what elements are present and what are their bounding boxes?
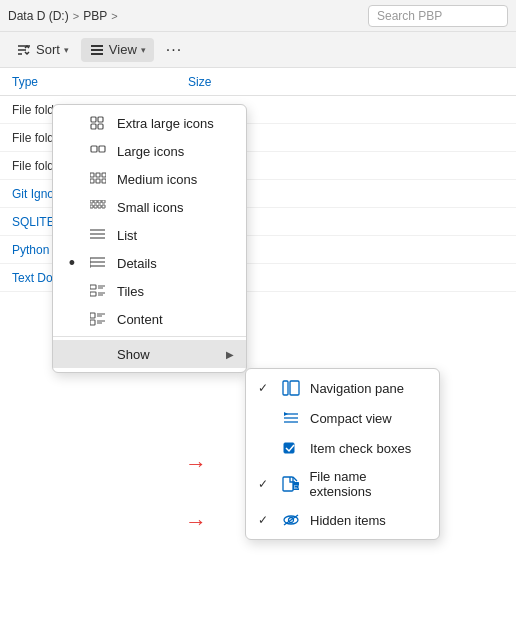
show-icon xyxy=(89,345,107,363)
medium-icon xyxy=(89,170,107,188)
dropdown-item-small[interactable]: Small icons xyxy=(53,193,246,221)
dropdown-item-tiles[interactable]: Tiles xyxy=(53,277,246,305)
bullet-details: • xyxy=(65,254,79,272)
nav-pane-icon xyxy=(282,379,300,397)
svg-rect-0 xyxy=(91,45,103,47)
view-chevron: ▾ xyxy=(141,45,146,55)
show-arrow: ▶ xyxy=(226,349,234,360)
check-hidden: ✓ xyxy=(258,513,272,527)
more-button[interactable]: ··· xyxy=(158,37,190,63)
dropdown-item-details[interactable]: • Details xyxy=(53,249,246,277)
svg-rect-16 xyxy=(94,200,97,203)
tiles-label: Tiles xyxy=(117,284,144,299)
svg-rect-17 xyxy=(98,200,101,203)
main-area: Type Size File folder File folder File f… xyxy=(0,68,516,625)
svg-rect-7 xyxy=(91,146,97,152)
details-icon xyxy=(89,254,107,272)
view-dropdown: Extra large icons Large icons Medium ico… xyxy=(52,104,247,373)
svg-rect-30 xyxy=(90,285,96,289)
file-list-header: Type Size xyxy=(0,68,516,96)
details-label: Details xyxy=(117,256,157,271)
content-icon xyxy=(89,310,107,328)
checkbox-icon xyxy=(282,439,300,457)
breadcrumb-sep1: > xyxy=(73,10,79,22)
svg-rect-19 xyxy=(90,205,93,208)
sort-icon xyxy=(16,42,32,58)
svg-rect-43 xyxy=(290,381,299,395)
file-ext-icon: EXT xyxy=(281,475,299,493)
svg-rect-21 xyxy=(98,205,101,208)
col-type-header[interactable]: Type xyxy=(8,75,188,89)
large-label: Large icons xyxy=(117,144,184,159)
more-icon: ··· xyxy=(166,41,182,58)
svg-rect-6 xyxy=(98,124,103,129)
sort-chevron: ▾ xyxy=(64,45,69,55)
view-label: View xyxy=(109,42,137,57)
compact-icon xyxy=(282,409,300,427)
svg-rect-33 xyxy=(90,292,96,296)
sort-label: Sort xyxy=(36,42,60,57)
large-icon xyxy=(89,142,107,160)
svg-rect-4 xyxy=(98,117,103,122)
sort-button[interactable]: Sort ▾ xyxy=(8,38,77,62)
show-submenu: ✓ Navigation pane Compact view Item chec… xyxy=(245,368,440,540)
svg-rect-2 xyxy=(91,53,103,55)
svg-rect-39 xyxy=(90,320,95,325)
nav-pane-label: Navigation pane xyxy=(310,381,404,396)
view-button[interactable]: View ▾ xyxy=(81,38,154,62)
small-label: Small icons xyxy=(117,200,183,215)
svg-rect-8 xyxy=(99,146,105,152)
file-ext-label: File name extensions xyxy=(309,469,427,499)
breadcrumb-folder[interactable]: PBP xyxy=(83,9,107,23)
breadcrumb-bar: Data D (D:) > PBP > Search PBP xyxy=(0,0,516,32)
svg-rect-3 xyxy=(91,117,96,122)
tiles-icon xyxy=(89,282,107,300)
dropdown-item-show[interactable]: Show ▶ xyxy=(53,340,246,368)
svg-rect-9 xyxy=(90,173,94,177)
red-arrows: → → xyxy=(185,451,207,535)
check-nav-pane: ✓ xyxy=(258,381,272,395)
small-icon xyxy=(89,198,107,216)
svg-rect-5 xyxy=(91,124,96,129)
view-icon xyxy=(89,42,105,58)
toolbar: Sort ▾ View ▾ ··· xyxy=(0,32,516,68)
svg-rect-12 xyxy=(90,179,94,183)
dropdown-item-extra-large[interactable]: Extra large icons xyxy=(53,109,246,137)
dropdown-item-content[interactable]: Content xyxy=(53,305,246,333)
dropdown-item-medium[interactable]: Medium icons xyxy=(53,165,246,193)
content-label: Content xyxy=(117,312,163,327)
dropdown-item-list[interactable]: List xyxy=(53,221,246,249)
submenu-item-item-check[interactable]: Item check boxes xyxy=(246,433,439,463)
svg-rect-10 xyxy=(96,173,100,177)
item-check-label: Item check boxes xyxy=(310,441,411,456)
search-placeholder: Search PBP xyxy=(377,9,442,23)
extra-large-label: Extra large icons xyxy=(117,116,214,131)
red-arrow-1: → xyxy=(185,451,207,477)
svg-rect-49 xyxy=(283,477,293,491)
hidden-label: Hidden items xyxy=(310,513,386,528)
svg-rect-18 xyxy=(102,200,105,203)
search-box[interactable]: Search PBP xyxy=(368,5,508,27)
list-label: List xyxy=(117,228,137,243)
svg-rect-36 xyxy=(90,313,95,318)
col-size-header[interactable]: Size xyxy=(188,75,268,89)
show-label: Show xyxy=(117,347,150,362)
extra-large-icon xyxy=(89,114,107,132)
medium-label: Medium icons xyxy=(117,172,197,187)
svg-rect-42 xyxy=(283,381,288,395)
submenu-item-nav-pane[interactable]: ✓ Navigation pane xyxy=(246,373,439,403)
svg-rect-14 xyxy=(102,179,106,183)
submenu-item-compact[interactable]: Compact view xyxy=(246,403,439,433)
breadcrumb-drive[interactable]: Data D (D:) xyxy=(8,9,69,23)
svg-rect-13 xyxy=(96,179,100,183)
dropdown-divider xyxy=(53,336,246,337)
dropdown-item-large[interactable]: Large icons xyxy=(53,137,246,165)
svg-marker-47 xyxy=(284,412,288,416)
compact-label: Compact view xyxy=(310,411,392,426)
submenu-item-file-ext[interactable]: ✓ EXT File name extensions xyxy=(246,463,439,505)
submenu-item-hidden[interactable]: ✓ Hidden items xyxy=(246,505,439,535)
svg-text:EXT: EXT xyxy=(294,484,299,490)
breadcrumb-sep2: > xyxy=(111,10,117,22)
svg-rect-22 xyxy=(102,205,105,208)
hidden-icon xyxy=(282,511,300,529)
